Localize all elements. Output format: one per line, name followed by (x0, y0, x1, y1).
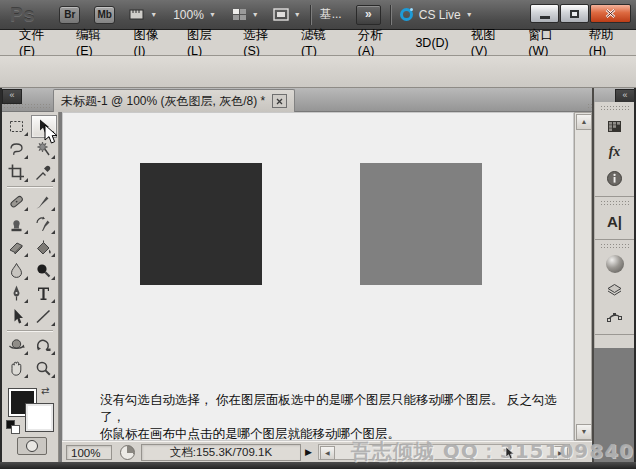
tool-row (2, 190, 58, 213)
panel-group-1: fx (595, 105, 634, 197)
background-color-swatch[interactable] (25, 403, 54, 432)
status-zoom-field[interactable]: 100% (66, 445, 112, 460)
tool-row (2, 334, 58, 357)
view-extras-button[interactable]: ▼ (129, 8, 157, 21)
tool-separator (7, 186, 53, 188)
panel-group-grip[interactable] (600, 105, 629, 112)
menu-view[interactable]: 视图(V) (460, 27, 518, 58)
scroll-up-icon[interactable]: ▲ (576, 114, 592, 130)
panel-group-2: A| (595, 200, 634, 240)
tab-close-button[interactable] (272, 94, 287, 108)
ps-logo: Ps (10, 4, 35, 26)
chevron-down-icon: ▼ (466, 11, 473, 18)
history-brush-tool[interactable] (31, 213, 57, 236)
tool-row (2, 213, 58, 236)
document-tab[interactable]: 未标题-1 @ 100% (灰色图层, 灰色/8) * (53, 89, 295, 112)
canvas-note-text: 没有勾选自动选择， 你在图层面板选中的是哪个图层只能移动哪个图层。 反之勾选了，… (100, 392, 566, 443)
line-tool[interactable] (31, 305, 57, 328)
collapse-tools-dock-button[interactable]: « (2, 89, 22, 104)
color-swatches: ⇄ (8, 388, 56, 434)
zoom-tool[interactable] (31, 357, 57, 380)
menu-layer[interactable]: 图层(L) (176, 27, 232, 58)
divider (390, 5, 391, 25)
panel-group-grip[interactable] (600, 200, 629, 207)
options-bar: ▼ 自动选择: 图层 ▼ 显示变换控件 (0, 56, 636, 88)
3d-orbit-tool[interactable] (31, 334, 57, 357)
brush-tool[interactable] (31, 190, 57, 213)
extensions-panel-icon[interactable] (602, 114, 628, 138)
paths-panel-icon[interactable] (602, 304, 628, 328)
menu-3d[interactable]: 3D(D) (404, 36, 459, 50)
sphere-panel-icon[interactable] (602, 252, 628, 276)
spot-healing-brush-tool[interactable] (4, 190, 30, 213)
3d-rotate-tool[interactable] (4, 334, 30, 357)
launch-mini-bridge-button[interactable]: Mb (94, 6, 115, 24)
lasso-tool[interactable] (4, 138, 30, 161)
tool-row (2, 161, 58, 184)
pen-tool[interactable] (4, 282, 30, 305)
workspace-overflow-button[interactable]: » (356, 5, 381, 25)
tool-separator (7, 330, 53, 332)
tool-row (2, 259, 58, 282)
layers-panel-icon[interactable] (602, 278, 628, 302)
window-controls (530, 4, 631, 23)
divider (310, 5, 311, 25)
screen-mode-button[interactable]: ▼ (273, 8, 301, 21)
cs-live-button[interactable]: CS Live ▼ (400, 8, 473, 22)
blur-tool[interactable] (4, 259, 30, 282)
menu-image[interactable]: 图像(I) (123, 27, 176, 58)
panels-dock: fxA| (594, 102, 634, 348)
quick-mask-button[interactable] (17, 437, 47, 455)
character-panel-icon[interactable]: A| (602, 209, 628, 233)
note-line-1: 没有勾选自动选择， 你在图层面板选中的是哪个图层只能移动哪个图层。 反之勾选了， (100, 392, 566, 426)
document-tab-title: 未标题-1 @ 100% (灰色图层, 灰色/8) * (61, 93, 265, 110)
rectangular-marquee-tool[interactable] (4, 115, 30, 138)
quick-mask-icon (26, 440, 38, 452)
swap-colors-icon[interactable]: ⇄ (41, 385, 49, 396)
info-panel-icon[interactable] (602, 166, 628, 190)
hand-tool[interactable] (4, 357, 30, 380)
crop-tool[interactable] (4, 161, 30, 184)
zoom-level-button[interactable]: 100% ▼ (173, 8, 216, 22)
dark-layer-square[interactable] (140, 163, 262, 285)
mouse-cursor (44, 124, 59, 145)
menu-filter[interactable]: 滤镜(T) (290, 27, 347, 58)
default-colors-icon[interactable] (6, 420, 19, 433)
type-tool[interactable] (31, 282, 57, 305)
menu-edit[interactable]: 编辑(E) (65, 27, 123, 58)
minimize-icon (540, 16, 550, 19)
restore-button[interactable] (560, 4, 589, 23)
close-button[interactable] (590, 4, 631, 23)
canvas-page[interactable]: 没有勾选自动选择， 你在图层面板选中的是哪个图层只能移动哪个图层。 反之勾选了，… (62, 112, 574, 441)
paint-bucket-tool[interactable] (31, 236, 57, 259)
tool-row (2, 357, 58, 380)
cs-live-icon (400, 8, 413, 21)
panel-group-grip[interactable] (600, 243, 629, 250)
arrange-documents-button[interactable]: ▼ (232, 8, 259, 21)
tool-row (2, 236, 58, 259)
launch-bridge-button[interactable]: Br (59, 6, 80, 24)
menu-window[interactable]: 窗口(W) (517, 27, 578, 58)
document-size-field[interactable]: 文档:155.3K/709.1K (141, 444, 301, 461)
tools-dock-grip[interactable] (3, 103, 51, 110)
workspace-switcher[interactable]: 基... (320, 6, 342, 23)
dodge-tool[interactable] (31, 259, 57, 282)
menu-select[interactable]: 选择(S) (232, 27, 290, 58)
vertical-scrollbar[interactable]: ▲ ▼ (574, 112, 592, 441)
chevron-down-icon: ▼ (252, 11, 259, 18)
clone-stamp-tool[interactable] (4, 213, 30, 236)
eraser-tool[interactable] (4, 236, 30, 259)
efficiency-pie-icon (120, 445, 135, 460)
styles-panel-icon[interactable]: fx (602, 140, 628, 164)
menu-file[interactable]: 文件(F) (8, 27, 65, 58)
eyedropper-tool[interactable] (31, 161, 57, 184)
tool-row (2, 305, 58, 328)
menu-help[interactable]: 帮助(H) (578, 27, 636, 58)
path-selection-tool[interactable] (4, 305, 30, 328)
gray-layer-square[interactable] (360, 163, 482, 285)
menu-analysis[interactable]: 分析(A) (347, 27, 405, 58)
tool-grid (2, 115, 58, 380)
panel-group-3 (595, 243, 634, 335)
minimize-button[interactable] (530, 4, 559, 23)
tool-row (2, 282, 58, 305)
